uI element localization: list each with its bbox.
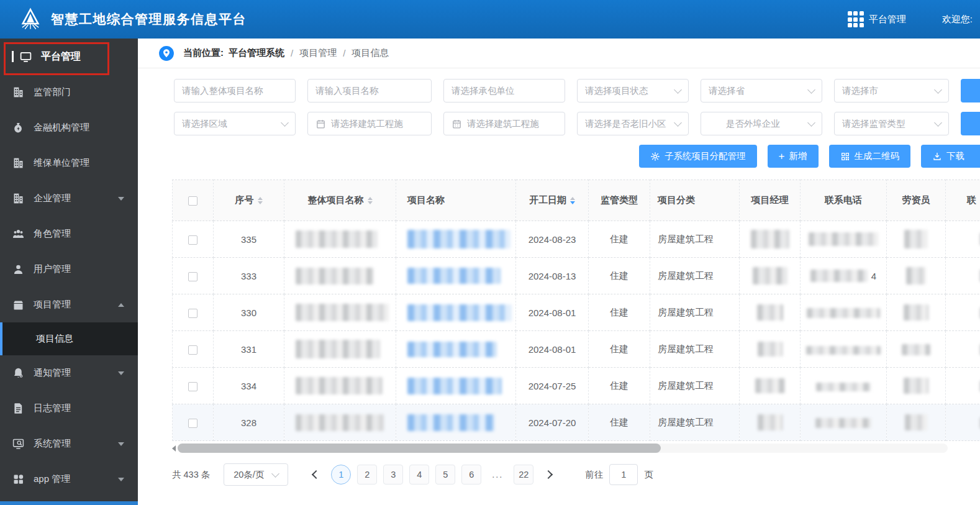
plus-icon: + [779,150,785,163]
sidebar-item-logs[interactable]: 日志管理 [0,391,138,426]
cell-start-date: 2024-08-01 [516,294,589,331]
sidebar-item-notifications[interactable]: 通知管理 [0,355,138,391]
redacted-phone [809,232,878,246]
add-button[interactable]: + 新增 [768,145,819,168]
project-name-field[interactable] [315,86,424,96]
page-button-3[interactable]: 3 [383,465,403,485]
goto-page-input[interactable] [609,464,638,485]
supervision-type-select[interactable]: 请选择监管类型 [834,112,949,135]
redacted-project-name-link[interactable] [407,414,494,431]
redacted-project-name-link[interactable] [407,304,512,321]
sidebar-item-supervision-dept[interactable]: 监管部门 [0,75,138,110]
breadcrumb-section[interactable]: 项目管理 [299,47,337,59]
col-overall-name[interactable]: 整体项目名称 [308,194,364,206]
col-phone: 联系电话 [801,180,887,221]
redacted-project-name-link[interactable] [407,378,502,394]
project-box-icon [12,298,25,311]
subsystem-assign-button[interactable]: 子系统项目分配管理 [639,145,757,168]
page-size-select[interactable]: 20条/页 [224,463,288,486]
system-monitor-icon [12,437,25,450]
table-row[interactable]: 333 2024-08-13 住建 房屋建筑工程 4 [173,258,980,294]
cursor-bar-icon [12,51,14,62]
prev-page-icon[interactable] [312,470,320,479]
select-all-checkbox[interactable] [188,196,197,206]
generate-qrcode-button[interactable]: 生成二维码 [829,145,911,168]
redacted-overall-name [296,377,383,394]
page-button-22[interactable]: 22 [514,465,533,485]
reset-button[interactable] [961,112,980,135]
sidebar-item-financial-org[interactable]: 金融机构管理 [0,110,138,145]
overall-project-name-field[interactable] [182,86,288,96]
col-start-date[interactable]: 开工日期 [529,194,566,206]
sidebar-item-projects[interactable]: 项目管理 [0,287,138,322]
sidebar-item-maintenance-unit[interactable]: 维保单位管理 [0,145,138,181]
search-button[interactable] [961,79,980,102]
redacted-manager [758,342,783,357]
row-checkbox[interactable] [188,309,197,318]
row-checkbox[interactable] [188,419,197,428]
province-select[interactable]: 请选择省 [701,79,822,102]
next-page-icon[interactable] [544,470,553,479]
row-checkbox[interactable] [188,235,197,245]
table-row[interactable]: 335 2024-08-23 住建 房屋建筑工程 [173,221,980,258]
redacted-project-name-link[interactable] [407,268,501,284]
generate-qrcode-label: 生成二维码 [855,150,900,162]
sidebar-item-platform[interactable]: 平台管理 [0,39,138,75]
row-checkbox[interactable] [188,345,197,355]
external-enterprise-select[interactable]: 是否外埠企业 [701,112,822,135]
sidebar-item-label: 金融机构管理 [34,122,89,134]
scrollbar-track[interactable] [178,444,948,453]
old-community-select[interactable]: 请选择是否老旧小区 [577,112,689,135]
redacted-project-name-link[interactable] [407,342,497,357]
row-checkbox[interactable] [188,272,197,281]
page-ellipsis[interactable]: ... [488,465,507,485]
page-button-1[interactable]: 1 [331,465,351,485]
sidebar-item-app[interactable]: app 管理 [0,462,138,497]
app-grid-icon [12,473,25,486]
sidebar-item-users[interactable]: 用户管理 [0,252,138,287]
cell-seq: 331 [214,331,284,368]
monitor-icon [19,50,32,63]
start-date-picker[interactable]: 请选择建筑工程施 [307,112,432,135]
header-platform-nav[interactable]: 平台管理 [848,11,906,27]
chevron-down-icon [118,197,124,201]
goto-label: 前往 [585,469,603,481]
chevron-down-icon [674,86,682,94]
download-button[interactable]: 下载 [921,145,980,168]
project-name-input[interactable] [307,79,432,102]
sidebar-subitem-project-info[interactable]: 项目信息 [0,322,138,355]
col-seq[interactable]: 序号 [235,194,254,206]
table-row[interactable]: 331 2024-08-01 住建 房屋建筑工程 [173,331,980,368]
city-select[interactable]: 请选择市 [834,79,949,102]
end-date-picker[interactable]: 请选择建筑工程施 [443,112,565,135]
page-button-5[interactable]: 5 [435,465,455,485]
sort-icon-active[interactable] [570,197,575,204]
contractor-select[interactable]: 请选择承包单位 [443,79,565,102]
scroll-left-arrow-icon[interactable] [172,445,176,452]
table-row[interactable]: 328 2024-07-20 住建 房屋建筑工程 [173,404,980,441]
sidebar-item-enterprise[interactable]: 企业管理 [0,181,138,216]
sidebar-item-system[interactable]: 系统管理 [0,426,138,462]
chevron-down-icon [271,470,279,478]
sort-icon[interactable] [258,197,263,204]
table-row[interactable]: 334 2024-07-25 住建 房屋建筑工程 [173,368,980,404]
end-date-placeholder: 请选择建筑工程施 [467,118,557,130]
scrollbar-thumb[interactable] [178,444,661,453]
col-supervision-type: 监管类型 [589,180,650,221]
page-button-6[interactable]: 6 [461,465,481,485]
sidebar-item-roles[interactable]: 角色管理 [0,216,138,252]
page-button-2[interactable]: 2 [357,465,377,485]
redacted-project-name-link[interactable] [407,230,510,248]
sort-icon[interactable] [368,197,373,204]
overall-project-name-input[interactable] [174,79,296,102]
row-checkbox[interactable] [188,382,197,391]
col-labor-officer: 劳资员 [887,180,946,221]
col-truncated: 联 [946,180,980,221]
goto-unit-label: 页 [644,469,653,481]
table-row[interactable]: 330 2024-08-01 住建 房屋建筑工程 [173,294,980,331]
district-select[interactable]: 请选择区域 [174,112,296,135]
project-status-select[interactable]: 请选择项目状态 [577,79,689,102]
breadcrumb-root[interactable]: 平台管理系统 [229,47,284,59]
cell-category: 房屋建筑工程 [650,294,740,331]
page-button-4[interactable]: 4 [409,465,429,485]
